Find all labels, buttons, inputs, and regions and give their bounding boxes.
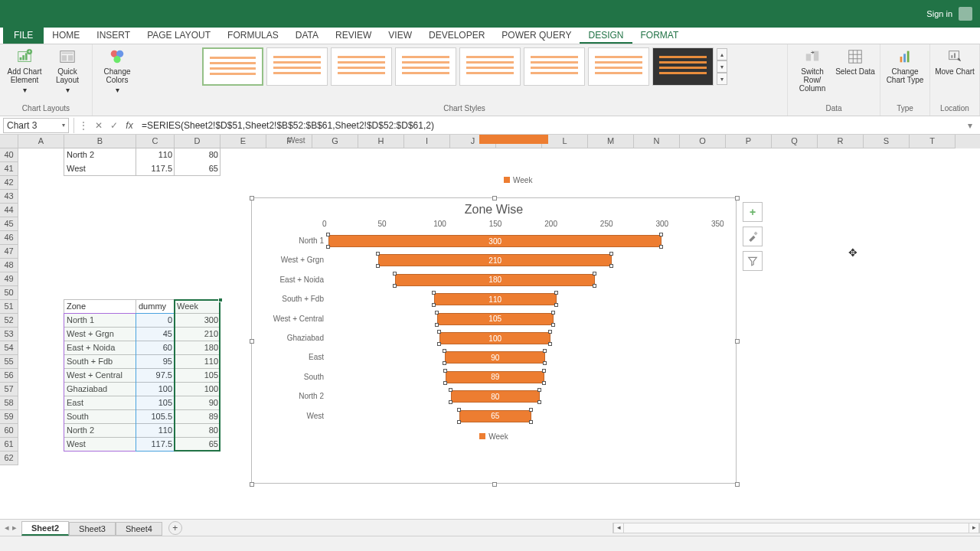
- col-header-A[interactable]: A: [18, 135, 64, 148]
- row-header-48[interactable]: 48: [0, 259, 18, 272]
- enter-icon[interactable]: ✓: [106, 120, 122, 131]
- chart-style-2[interactable]: [266, 47, 328, 86]
- change-colors-button[interactable]: Change Colors ▾: [97, 47, 137, 94]
- col-header-L[interactable]: L: [542, 135, 588, 148]
- sheet-tab-sheet4[interactable]: Sheet4: [116, 522, 162, 536]
- col-header-Q[interactable]: Q: [772, 135, 818, 148]
- insert-function-menu-icon[interactable]: ⋮: [76, 120, 91, 131]
- row-header-59[interactable]: 59: [0, 410, 18, 424]
- row-header-46[interactable]: 46: [0, 231, 18, 245]
- bar-West-+-Grgn[interactable]: 210: [378, 254, 612, 266]
- row-header-40[interactable]: 40: [0, 148, 18, 162]
- add-chart-element-button[interactable]: + Add Chart Element ▾: [5, 47, 44, 94]
- col-header-N[interactable]: N: [634, 135, 680, 148]
- tab-home[interactable]: HOME: [44, 28, 88, 44]
- tab-data[interactable]: DATA: [287, 28, 327, 44]
- bar-East[interactable]: 90: [445, 351, 545, 364]
- tab-insert[interactable]: INSERT: [88, 28, 139, 44]
- horizontal-scrollbar[interactable]: ◂▸: [612, 523, 980, 533]
- row-header-53[interactable]: 53: [0, 328, 18, 341]
- col-header-D[interactable]: D: [175, 135, 220, 148]
- row-headers[interactable]: 4041424344454647484950515253545556575859…: [0, 148, 18, 465]
- user-avatar-icon[interactable]: [959, 7, 972, 21]
- row-header-61[interactable]: 61: [0, 438, 18, 452]
- col-header-G[interactable]: G: [312, 135, 358, 148]
- tab-power-query[interactable]: POWER QUERY: [493, 28, 580, 44]
- add-sheet-button[interactable]: +: [168, 521, 182, 535]
- row-header-56[interactable]: 56: [0, 369, 18, 383]
- cell-C41[interactable]: 117.5: [136, 162, 175, 176]
- chart-filters-button[interactable]: [743, 251, 763, 271]
- col-header-M[interactable]: M: [588, 135, 634, 148]
- col-header-B[interactable]: B: [64, 135, 136, 148]
- bar-East-+-Noida[interactable]: 180: [395, 274, 595, 286]
- sign-in-link[interactable]: Sign in: [926, 9, 952, 18]
- cell-area[interactable]: North 211080West117.565ZonedummyWeekNort…: [18, 148, 980, 520]
- row-header-62[interactable]: 62: [0, 452, 18, 465]
- sheet-tab-sheet3[interactable]: Sheet3: [69, 522, 116, 536]
- row-header-52[interactable]: 52: [0, 314, 18, 328]
- bar-South-+-Fdb[interactable]: 110: [434, 293, 557, 305]
- chart-style-6[interactable]: [524, 47, 585, 86]
- row-header-47[interactable]: 47: [0, 245, 18, 259]
- chart-legend[interactable]: Week: [252, 428, 736, 441]
- formula-bar-expand-icon[interactable]: ▾: [968, 120, 980, 131]
- tab-page-layout[interactable]: PAGE LAYOUT: [139, 28, 219, 44]
- formula-input[interactable]: =SERIES(Sheet2!$D$51,Sheet2!$B$52:$B$61,…: [137, 120, 968, 131]
- tab-view[interactable]: VIEW: [380, 28, 420, 44]
- tab-review[interactable]: REVIEW: [327, 28, 380, 44]
- col-header-T[interactable]: T: [910, 135, 956, 148]
- tab-design[interactable]: DESIGN: [580, 28, 632, 44]
- row-header-51[interactable]: 51: [0, 300, 18, 314]
- name-box-dropdown-icon[interactable]: ▾: [62, 122, 65, 129]
- row-header-60[interactable]: 60: [0, 424, 18, 438]
- col-header-R[interactable]: R: [818, 135, 864, 148]
- chart-style-4[interactable]: [395, 47, 456, 86]
- cell-D40[interactable]: 80: [175, 148, 220, 162]
- tab-formulas[interactable]: FORMULAS: [219, 28, 287, 44]
- chart-style-1[interactable]: [202, 47, 263, 86]
- col-header-S[interactable]: S: [864, 135, 910, 148]
- cell-B41[interactable]: West: [64, 162, 136, 176]
- bar-Ghaziabad[interactable]: 100: [439, 332, 550, 344]
- bar-North-1[interactable]: 300: [328, 235, 662, 247]
- tab-developer[interactable]: DEVELOPER: [420, 28, 493, 44]
- change-chart-type-button[interactable]: Change Chart Type: [885, 47, 925, 84]
- row-header-54[interactable]: 54: [0, 341, 18, 355]
- row-header-58[interactable]: 58: [0, 396, 18, 410]
- col-header-I[interactable]: I: [404, 135, 450, 148]
- switch-row-column-button[interactable]: Switch Row/ Column: [792, 47, 832, 93]
- col-header-P[interactable]: P: [726, 135, 772, 148]
- chart-title[interactable]: Zone Wise: [252, 198, 736, 220]
- bar-South[interactable]: 89: [446, 371, 544, 383]
- worksheet-grid[interactable]: ABCDEFGHIJKLMNOPQRST 4041424344454647484…: [0, 135, 980, 520]
- row-header-50[interactable]: 50: [0, 286, 18, 300]
- row-header-44[interactable]: 44: [0, 204, 18, 217]
- cell-D41[interactable]: 65: [175, 162, 220, 176]
- col-header-H[interactable]: H: [358, 135, 404, 148]
- col-header-O[interactable]: O: [680, 135, 726, 148]
- fx-icon[interactable]: fx: [122, 120, 137, 131]
- cell-C40[interactable]: 110: [136, 148, 175, 162]
- chart-style-3[interactable]: [331, 47, 392, 86]
- row-header-57[interactable]: 57: [0, 383, 18, 396]
- tab-file[interactable]: FILE: [3, 28, 44, 44]
- row-header-42[interactable]: 42: [0, 176, 18, 190]
- col-header-C[interactable]: C: [136, 135, 175, 148]
- cell-B40[interactable]: North 2: [64, 148, 136, 162]
- bar-North-2[interactable]: 80: [451, 390, 540, 403]
- col-header-E[interactable]: E: [220, 135, 266, 148]
- chart-elements-button[interactable]: +: [743, 202, 763, 222]
- name-box[interactable]: Chart 3 ▾: [3, 118, 69, 133]
- row-header-45[interactable]: 45: [0, 217, 18, 231]
- sheet-nav-arrows[interactable]: ◂▸: [0, 523, 21, 533]
- cell-C51[interactable]: dummy: [136, 300, 175, 314]
- chart-style-7[interactable]: [588, 47, 649, 86]
- bar-West-+-Central[interactable]: 105: [437, 313, 554, 325]
- row-header-43[interactable]: 43: [0, 190, 18, 204]
- select-data-button[interactable]: Select Data: [835, 47, 875, 76]
- chart-plot-area[interactable]: 050100150200250300350300North 1210West +…: [328, 220, 716, 428]
- chart-style-8[interactable]: [652, 47, 714, 86]
- row-header-55[interactable]: 55: [0, 355, 18, 369]
- tab-format[interactable]: FORMAT: [632, 28, 688, 44]
